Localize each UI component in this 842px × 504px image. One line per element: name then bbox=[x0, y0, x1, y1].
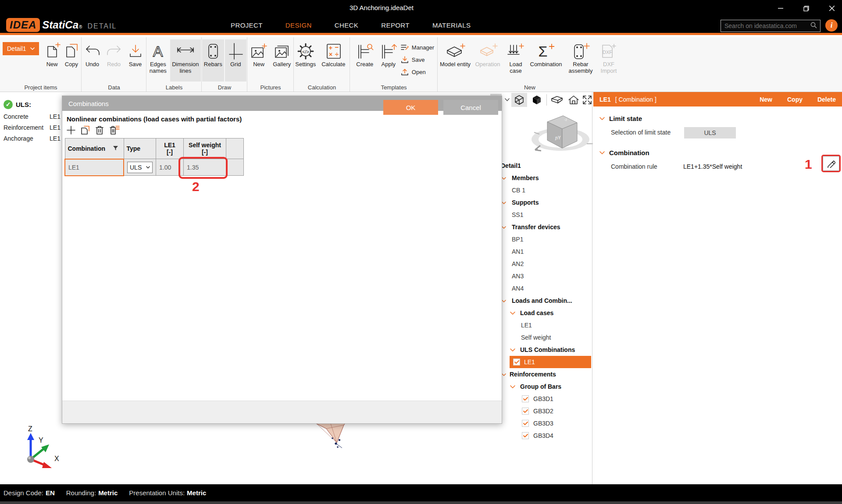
edit-combination-rule-button[interactable] bbox=[823, 156, 839, 171]
ribbon-button-dimension-lines[interactable]: Dimension lines bbox=[170, 39, 201, 82]
ribbon-button-undo[interactable]: Undo bbox=[82, 39, 103, 82]
ribbon-button-combination[interactable]: Σ Combination bbox=[528, 39, 564, 82]
ribbon-button-rebars[interactable]: Rebars bbox=[202, 39, 224, 82]
ribbon-button-template-create[interactable]: Create bbox=[353, 39, 376, 82]
search-input[interactable] bbox=[721, 22, 810, 29]
group-label-draw: Draw bbox=[202, 84, 247, 91]
filter-icon[interactable] bbox=[113, 146, 118, 151]
tab-materials[interactable]: MATERIALS bbox=[421, 17, 482, 35]
tree-item-load-cases[interactable]: Load cases bbox=[500, 307, 591, 319]
type-dropdown[interactable]: ULS bbox=[127, 162, 153, 173]
tree-item-ss1[interactable]: SS1 bbox=[500, 209, 591, 221]
duplicate-combination-button[interactable] bbox=[80, 125, 90, 137]
column-header-combination[interactable]: Combination bbox=[65, 138, 124, 159]
tree-item-an1[interactable]: AN1 bbox=[500, 245, 591, 258]
ribbon-button-edges-names[interactable]: A Edges names bbox=[147, 39, 169, 82]
checkbox-checked[interactable] bbox=[522, 420, 529, 427]
result-name: Anchorage bbox=[4, 135, 33, 142]
ribbon-button-load-case[interactable]: Load case bbox=[504, 39, 527, 82]
tab-report[interactable]: REPORT bbox=[370, 17, 421, 35]
tree-item-an2[interactable]: AN2 bbox=[500, 258, 591, 270]
section-limit-state[interactable]: Limit state bbox=[599, 115, 642, 122]
minimize-button[interactable] bbox=[771, 0, 791, 17]
panel-new-button[interactable]: New bbox=[760, 96, 772, 103]
close-button[interactable] bbox=[822, 0, 842, 17]
main-menu: PROJECT DESIGN CHECK REPORT MATERIALS bbox=[219, 17, 482, 35]
dialog-footer bbox=[62, 401, 502, 423]
checkbox-checked[interactable] bbox=[522, 432, 529, 439]
panel-delete-button[interactable]: Delete bbox=[817, 96, 836, 103]
delete-all-combinations-button[interactable] bbox=[109, 125, 120, 137]
search-icon[interactable] bbox=[810, 22, 820, 30]
tree-item-detail1[interactable]: Detail1 bbox=[500, 160, 591, 172]
section-combination[interactable]: Combination bbox=[599, 149, 649, 156]
ok-button[interactable]: OK bbox=[383, 100, 438, 115]
tree-item-bp1[interactable]: BP1 bbox=[500, 233, 591, 245]
tree-item-an4[interactable]: AN4 bbox=[500, 282, 591, 295]
detail-selector[interactable]: Detail1 bbox=[3, 42, 39, 55]
tree-item-members[interactable]: Members bbox=[500, 172, 591, 184]
column-header-self-weight[interactable]: Self weight[-] bbox=[184, 138, 226, 159]
properties-header: LE1 [ Combination ] New Copy Delete bbox=[593, 92, 842, 106]
manager-icon bbox=[400, 44, 409, 51]
restore-button[interactable] bbox=[796, 0, 816, 17]
chevron-down-icon[interactable] bbox=[503, 93, 510, 107]
tree-item-le1-loadcase[interactable]: LE1 bbox=[500, 319, 591, 331]
tree-item-group-of-bars[interactable]: Group of Bars bbox=[500, 380, 591, 393]
ribbon-button-save[interactable]: Save bbox=[125, 39, 146, 82]
ribbon-button-gallery[interactable]: Gallery bbox=[271, 39, 293, 82]
ribbon-button-calculate[interactable]: +−×÷ Calculate bbox=[318, 39, 349, 82]
tree-item-gb3d1[interactable]: GB3D1 bbox=[500, 393, 591, 405]
template-manager-button[interactable]: Manager bbox=[400, 42, 434, 53]
solid-view-button[interactable] bbox=[529, 93, 545, 107]
column-header-type[interactable]: Type bbox=[124, 138, 156, 159]
ribbon-button-picture-new[interactable]: New bbox=[248, 39, 270, 82]
tree-item-transfer-devices[interactable]: Transfer devices bbox=[500, 221, 591, 233]
panel-copy-button[interactable]: Copy bbox=[787, 96, 803, 103]
tree-item-gb3d4[interactable]: GB3D4 bbox=[500, 429, 591, 442]
tree-item-self-weight[interactable]: Self weight bbox=[500, 331, 591, 344]
column-header-le1[interactable]: LE1[-] bbox=[156, 138, 184, 159]
home-view-button[interactable] bbox=[566, 93, 582, 107]
column-label: Combination bbox=[68, 145, 106, 152]
wireframe-view-button[interactable] bbox=[511, 93, 527, 107]
tree-item-an3[interactable]: AN3 bbox=[500, 270, 591, 282]
tree-item-uls-combinations[interactable]: ULS Combinations bbox=[500, 344, 591, 356]
fullscreen-icon[interactable] bbox=[582, 93, 593, 107]
column-unit: [-] bbox=[159, 149, 181, 156]
info-button[interactable]: i bbox=[825, 19, 838, 32]
delete-combination-button[interactable] bbox=[94, 125, 105, 137]
checkbox-checked[interactable] bbox=[522, 395, 529, 402]
cancel-button[interactable]: Cancel bbox=[443, 100, 498, 115]
tree-item-supports[interactable]: Supports bbox=[500, 196, 591, 209]
tree-item-cb1[interactable]: CB 1 bbox=[500, 184, 591, 196]
ribbon-button-grid[interactable]: Grid bbox=[225, 39, 247, 82]
tree-item-loads-and-combinations[interactable]: Loads and Combin... bbox=[500, 295, 591, 307]
tree-item-reinforcements[interactable]: Reinforcements bbox=[500, 368, 591, 380]
tree-label: ULS Combinations bbox=[520, 346, 575, 353]
tab-project[interactable]: PROJECT bbox=[219, 17, 274, 35]
ribbon-button-label: Settings bbox=[295, 61, 316, 68]
tree-item-gb3d3[interactable]: GB3D3 bbox=[500, 417, 591, 429]
combination-name-cell[interactable]: LE1 bbox=[65, 159, 124, 176]
ribbon-button-settings[interactable]: </> Settings bbox=[294, 39, 317, 82]
checkbox-checked[interactable] bbox=[522, 408, 529, 415]
tree-item-gb3d2[interactable]: GB3D2 bbox=[500, 405, 591, 417]
navigation-cube[interactable]: ɲY -z bbox=[526, 108, 594, 158]
limit-state-label: Selection of limit state bbox=[611, 129, 671, 136]
checkbox-checked[interactable] bbox=[513, 358, 520, 366]
add-combination-button[interactable] bbox=[66, 125, 76, 137]
section-view-button[interactable] bbox=[549, 93, 565, 107]
ribbon-button-copy-item[interactable]: Copy bbox=[62, 39, 81, 82]
ribbon-button-new-item[interactable]: New bbox=[43, 39, 61, 82]
ribbon-button-rebar-assembly[interactable]: Rebar assembly bbox=[565, 39, 596, 82]
tab-design[interactable]: DESIGN bbox=[274, 17, 323, 35]
tree-item-le1-combination-selected[interactable]: LE1 bbox=[510, 356, 591, 368]
ribbon-button-template-apply[interactable]: Apply bbox=[377, 39, 400, 82]
tab-check[interactable]: CHECK bbox=[323, 17, 370, 35]
template-save-button[interactable]: Save bbox=[400, 54, 434, 65]
idea-statica-logo: IDEA StatiCa ® DETAIL bbox=[6, 18, 117, 32]
ribbon-button-model-entity[interactable]: Model entity bbox=[439, 39, 471, 82]
template-open-button[interactable]: Open bbox=[400, 67, 434, 77]
limit-state-value-button[interactable]: ULS bbox=[684, 127, 736, 138]
